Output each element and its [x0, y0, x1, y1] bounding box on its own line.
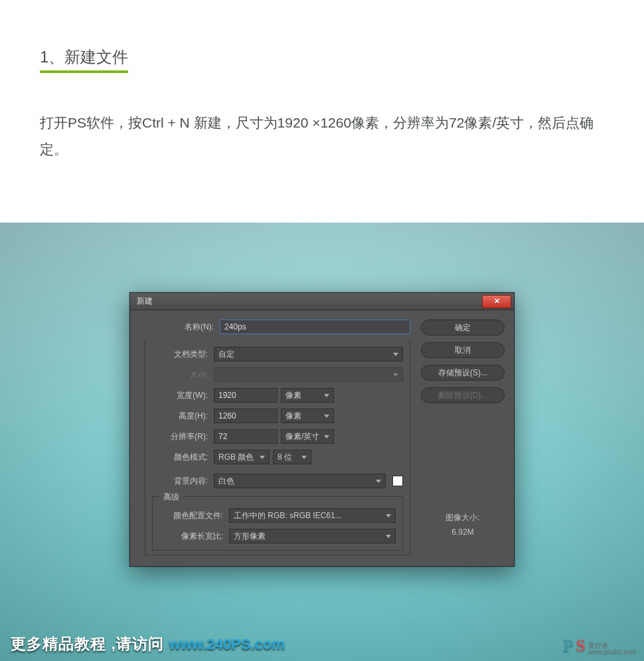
chevron-down-icon [376, 480, 381, 483]
pixelaspect-value: 方形像素 [234, 531, 266, 542]
colormode-value: RGB 颜色 [218, 452, 254, 463]
name-label: 名称(N): [139, 322, 216, 333]
close-button[interactable]: ✕ [482, 295, 511, 308]
image-size-value: 6.92M [421, 527, 505, 537]
bitdepth-select[interactable]: 8 位 [273, 450, 311, 464]
chevron-down-icon [260, 456, 265, 459]
delete-preset-button: 删除预设(D)... [421, 387, 505, 403]
advanced-fieldset: 高级 颜色配置文件: 工作中的 RGB: sRGB IEC61... 像素长宽 [152, 496, 403, 551]
ok-button[interactable]: 确定 [421, 320, 505, 335]
doctype-value: 自定 [218, 349, 234, 360]
doctype-select[interactable]: 自定 [214, 347, 403, 361]
watermark-link: www.240PS.com [169, 636, 285, 653]
resolution-unit-value: 像素/英寸 [285, 431, 319, 442]
size-select [214, 367, 403, 382]
watermark-text: 更多精品教程 ,请访问 [11, 634, 164, 654]
colorprofile-value: 工作中的 RGB: sRGB IEC61... [234, 510, 342, 521]
doctype-label: 文档类型: [152, 349, 210, 360]
size-label: 大小: [152, 369, 210, 381]
height-unit-select[interactable]: 像素 [281, 409, 334, 423]
logo-sub2: www.psahz.com [588, 649, 636, 656]
advanced-legend: 高级 [159, 492, 183, 503]
logo-letter-s: S [576, 636, 585, 656]
colorprofile-label: 颜色配置文件: [159, 510, 226, 521]
chevron-down-icon [386, 514, 391, 518]
step-description: 打开PS软件，按Ctrl + N 新建，尺寸为1920 ×1260像素，分辨率为… [40, 110, 607, 163]
chevron-down-icon [393, 373, 398, 377]
save-preset-button[interactable]: 存储预设(S)... [421, 365, 505, 381]
chevron-down-icon [324, 394, 329, 397]
resolution-label: 分辨率(R): [152, 431, 210, 442]
colormode-label: 颜色模式: [152, 452, 210, 463]
bg-value: 白色 [218, 476, 234, 487]
width-unit-select[interactable]: 像素 [281, 388, 334, 403]
logo-letter-p: P [562, 636, 573, 656]
chevron-down-icon [393, 353, 398, 356]
resolution-input[interactable] [214, 429, 278, 444]
colorprofile-select[interactable]: 工作中的 RGB: sRGB IEC61... [229, 508, 396, 523]
width-unit-value: 像素 [285, 390, 301, 401]
chevron-down-icon [386, 535, 391, 538]
ps-logo: P S 爱好者 www.psahz.com [562, 636, 636, 656]
image-size-label: 图像大小: [421, 512, 505, 523]
cancel-button[interactable]: 取消 [421, 342, 505, 358]
bg-swatch[interactable] [392, 476, 403, 486]
fields-area: 名称(N): 文档类型: 自定 大小: [139, 320, 410, 555]
resolution-unit-select[interactable]: 像素/英寸 [281, 429, 334, 444]
close-icon: ✕ [494, 297, 500, 306]
logo-subtext: 爱好者 www.psahz.com [588, 642, 636, 656]
dialog-title: 新建 [137, 296, 153, 307]
colormode-select[interactable]: RGB 颜色 [214, 450, 270, 464]
pixelaspect-select[interactable]: 方形像素 [229, 529, 396, 543]
chevron-down-icon [324, 415, 329, 418]
height-unit-value: 像素 [285, 411, 301, 422]
width-input[interactable] [214, 388, 278, 403]
watermark: 更多精品教程 ,请访问 www.240PS.com [11, 634, 285, 654]
height-input[interactable] [214, 409, 278, 423]
bg-label: 背景内容: [152, 476, 210, 487]
step-title: 1、新建文件 [40, 47, 128, 73]
height-label: 高度(H): [152, 411, 210, 422]
chevron-down-icon [324, 435, 329, 438]
name-input[interactable] [220, 320, 410, 334]
article-section: 1、新建文件 打开PS软件，按Ctrl + N 新建，尺寸为1920 ×1260… [0, 0, 644, 189]
canvas-background: 新建 ✕ 名称(N): 文档类型: 自定 [0, 223, 644, 661]
width-label: 宽度(W): [152, 390, 210, 401]
new-document-dialog: 新建 ✕ 名称(N): 文档类型: 自定 [129, 292, 515, 567]
bg-select[interactable]: 白色 [214, 474, 386, 488]
dialog-titlebar[interactable]: 新建 ✕ [130, 293, 514, 310]
bitdepth-value: 8 位 [278, 452, 292, 463]
dialog-body: 名称(N): 文档类型: 自定 大小: [130, 310, 514, 566]
buttons-area: 确定 取消 存储预设(S)... 删除预设(D)... 图像大小: 6.92M [421, 320, 505, 555]
chevron-down-icon [301, 456, 307, 459]
pixelaspect-label: 像素长宽比: [159, 531, 226, 542]
image-size-info: 图像大小: 6.92M [421, 512, 505, 555]
